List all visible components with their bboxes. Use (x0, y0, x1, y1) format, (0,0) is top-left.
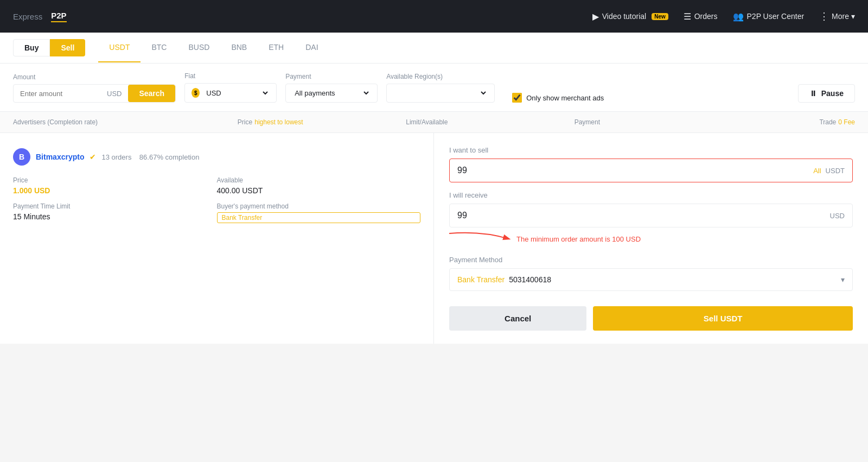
more-label: More (832, 12, 849, 21)
available-detail: Available 400.00 USDT (217, 176, 421, 195)
avatar: B (13, 148, 30, 166)
nav-actions: ▶ Video tutorial New ☰ Orders 👥 P2P User… (592, 10, 855, 22)
listing-right: I want to sell All USDT I will receive U… (434, 133, 868, 344)
amount-input[interactable] (14, 85, 100, 102)
advertiser-row: B Bitmaxcrypto ✔ 13 orders 86.67% comple… (13, 148, 420, 166)
fiat-select[interactable]: USD (204, 88, 270, 98)
action-buttons: Cancel Sell USDT (449, 306, 853, 331)
navbar: Express P2P ▶ Video tutorial New ☰ Order… (0, 0, 868, 33)
video-tutorial-link[interactable]: ▶ Video tutorial New (592, 11, 668, 22)
fiat-select-wrap[interactable]: $ USD (184, 83, 277, 103)
payment-method-text: Bank Transfer 5031400618 (457, 275, 551, 284)
receive-input-wrap: USD (449, 204, 853, 227)
available-label: Available (217, 176, 421, 184)
payment-filter-group: Payment All payments (285, 73, 378, 103)
listing-card: B Bitmaxcrypto ✔ 13 orders 86.67% comple… (0, 133, 868, 348)
play-icon: ▶ (592, 11, 599, 22)
sell-input-wrap: All USDT (449, 159, 853, 182)
price-sort: highest to lowest (254, 118, 303, 126)
payment-label: Payment (285, 73, 378, 80)
tabs-bar: Buy Sell USDT BTC BUSD BNB ETH DAI (0, 33, 868, 64)
completion-rate: 86.67% completion (139, 153, 200, 161)
buyer-payment-detail: Buyer's payment method Bank Transfer (217, 202, 421, 223)
sell-button[interactable]: Sell (50, 39, 85, 56)
amount-filter-group: Amount USD Search (13, 73, 176, 103)
pause-label: Pause (821, 89, 844, 98)
tab-dai[interactable]: DAI (295, 33, 329, 62)
merchant-check: Only show merchant ads (512, 93, 604, 103)
col-limit-available: Limit/Available (406, 118, 574, 126)
orders-count: 13 orders (101, 153, 131, 161)
sell-input[interactable] (450, 159, 806, 182)
tab-bnb[interactable]: BNB (220, 33, 258, 62)
all-link[interactable]: All (813, 167, 821, 175)
buy-button[interactable]: Buy (13, 39, 50, 56)
orders-icon: ☰ (684, 11, 691, 22)
buyer-payment-value: Bank Transfer (217, 212, 421, 223)
trade-label: Trade (819, 118, 836, 126)
table-header: Advertisers (Completion rate) Price high… (0, 112, 868, 133)
p2p-user-center-link[interactable]: 👥 P2P User Center (733, 11, 805, 22)
coin-tabs: USDT BTC BUSD BNB ETH DAI (98, 33, 329, 62)
advertiser-name[interactable]: Bitmaxcrypto (36, 153, 84, 161)
search-button[interactable]: Search (128, 85, 175, 102)
payment-method-select[interactable]: Bank Transfer 5031400618 ▾ (449, 268, 853, 291)
navbar-brand: Express P2P (13, 11, 67, 22)
fee-label: 0 Fee (838, 118, 855, 126)
price-label: Price (238, 118, 252, 126)
more-menu[interactable]: ⋮ More ▾ (819, 10, 855, 22)
brand-p2p: P2P (51, 11, 66, 22)
sell-unit: USDT (826, 167, 845, 175)
amount-input-wrap: USD Search (13, 84, 176, 103)
sell-usdt-button[interactable]: Sell USDT (593, 306, 853, 331)
trade-type-buttons: Buy Sell (13, 33, 85, 63)
region-select[interactable] (393, 88, 488, 98)
col-advertisers: Advertisers (Completion rate) (13, 118, 238, 126)
receive-unit: USD (830, 212, 845, 220)
buyer-payment-label: Buyer's payment method (217, 202, 421, 210)
chevron-down-icon: ▾ (841, 275, 845, 284)
payment-time-label: Payment Time Limit (13, 202, 217, 210)
details-grid: Price 1.000 USD Available 400.00 USDT Pa… (13, 176, 420, 223)
region-filter-group: Available Region(s) (386, 73, 495, 103)
payment-time-value: 15 Minutes (13, 212, 217, 221)
users-icon: 👥 (733, 11, 744, 22)
tab-btc[interactable]: BTC (141, 33, 177, 62)
amount-unit: USD (100, 85, 128, 102)
payment-time-detail: Payment Time Limit 15 Minutes (13, 202, 217, 223)
avatar-letter: B (19, 153, 24, 161)
available-value: 400.00 USDT (217, 186, 421, 195)
payment-select-wrap[interactable]: All payments (285, 84, 378, 103)
tab-eth[interactable]: ETH (258, 33, 295, 62)
merchant-checkbox[interactable] (512, 93, 522, 103)
col-payment: Payment (575, 118, 743, 126)
error-message: The minimum order amount is 100 USD (516, 235, 641, 243)
p2p-user-center-label: P2P User Center (747, 12, 805, 21)
cancel-button[interactable]: Cancel (449, 306, 586, 331)
orders-link[interactable]: ☰ Orders (684, 11, 718, 22)
orders-info: 13 orders 86.67% completion (101, 153, 199, 161)
error-row: The minimum order amount is 100 USD (449, 231, 853, 247)
sell-input-suffix: All USDT (806, 160, 852, 181)
usd-icon: $ (192, 88, 200, 98)
pause-button[interactable]: ⏸ Pause (798, 84, 855, 103)
receive-input[interactable] (450, 204, 822, 227)
payment-method-label: Payment Method (449, 256, 853, 264)
bank-name: Bank Transfer (457, 275, 505, 284)
region-select-wrap[interactable] (386, 84, 495, 103)
receive-unit-wrap: USD (822, 205, 852, 226)
tab-busd[interactable]: BUSD (177, 33, 220, 62)
dots-icon: ⋮ (819, 10, 829, 22)
bank-number: 5031400618 (509, 275, 551, 284)
col-trade: Trade 0 Fee (743, 118, 855, 126)
video-tutorial-label: Video tutorial (602, 12, 646, 21)
payment-select[interactable]: All payments (292, 88, 371, 98)
brand-express: Express (13, 12, 42, 21)
amount-label: Amount (13, 73, 176, 81)
tab-usdt[interactable]: USDT (98, 33, 141, 62)
chevron-down-icon: ▾ (851, 12, 855, 21)
price-detail: Price 1.000 USD (13, 176, 217, 195)
col-price[interactable]: Price highest to lowest (238, 118, 406, 126)
merchant-label[interactable]: Only show merchant ads (526, 94, 604, 102)
price-detail-label: Price (13, 176, 217, 184)
